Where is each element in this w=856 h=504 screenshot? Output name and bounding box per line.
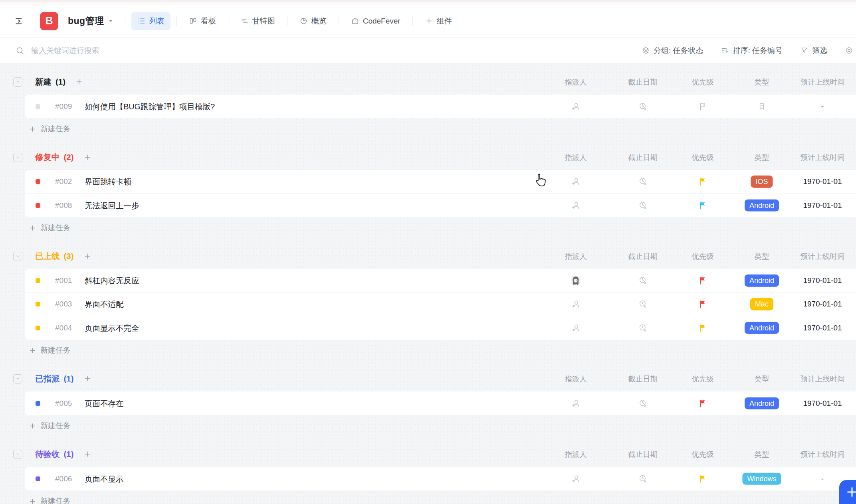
add-task-in-group-button[interactable] bbox=[83, 450, 91, 458]
display-button[interactable]: 显示 bbox=[845, 45, 856, 56]
plus-icon bbox=[29, 347, 36, 354]
assignee-cell[interactable] bbox=[571, 102, 581, 111]
assignee-cell[interactable] bbox=[571, 276, 581, 285]
group-by-button[interactable]: 分组: 任务状态 bbox=[642, 45, 703, 56]
add-task-button[interactable]: 新建任务 bbox=[29, 345, 856, 356]
type-badge: Windows bbox=[742, 472, 781, 485]
filter-button[interactable]: 筛选 bbox=[800, 45, 827, 56]
add-task-in-group-button[interactable] bbox=[83, 375, 91, 383]
type-cell[interactable]: Mac bbox=[750, 298, 773, 310]
flag-icon bbox=[698, 276, 707, 285]
collapse-group-button[interactable] bbox=[13, 374, 22, 383]
due-date-cell[interactable] bbox=[638, 177, 648, 186]
type-cell[interactable]: Android bbox=[745, 199, 779, 211]
add-task-in-group-button[interactable] bbox=[83, 252, 91, 260]
add-task-label: 新建任务 bbox=[40, 223, 71, 233]
assignee-cell[interactable] bbox=[571, 201, 581, 210]
tab-gantt[interactable]: 甘特图 bbox=[234, 12, 281, 30]
add-task-button[interactable]: 新建任务 bbox=[29, 123, 856, 134]
add-task-button[interactable]: 新建任务 bbox=[29, 420, 856, 431]
pie-icon bbox=[299, 17, 308, 25]
add-task-in-group-button[interactable] bbox=[75, 78, 83, 86]
add-task-label: 新建任务 bbox=[40, 496, 71, 504]
eta-cell: 1970-01-01 bbox=[803, 324, 842, 332]
assignee-cell[interactable] bbox=[571, 323, 581, 332]
tab-label: 甘特图 bbox=[252, 16, 275, 26]
group-card: #002界面跳转卡顿IOS1970-01-01#008无法返回上一步Androi… bbox=[25, 170, 856, 217]
priority-cell[interactable] bbox=[698, 399, 707, 408]
sidebar-toggle-button[interactable] bbox=[14, 15, 26, 27]
due-date-cell[interactable] bbox=[638, 102, 648, 111]
due-date-cell[interactable] bbox=[638, 276, 648, 285]
assignee-cell[interactable] bbox=[571, 300, 581, 309]
task-row[interactable]: #006页面不显示Windows- bbox=[25, 467, 856, 490]
tab-list[interactable]: 列表 bbox=[131, 12, 170, 30]
add-task-in-group-button[interactable] bbox=[83, 153, 91, 161]
type-cell[interactable] bbox=[757, 102, 767, 111]
type-badge: Android bbox=[745, 275, 779, 287]
task-id: #008 bbox=[55, 201, 72, 210]
type-cell[interactable]: Windows bbox=[742, 472, 781, 485]
project-title-button[interactable]: bug管理 bbox=[68, 15, 113, 27]
type-cell[interactable]: Android bbox=[745, 322, 779, 334]
priority-cell[interactable] bbox=[698, 300, 707, 309]
priority-cell[interactable] bbox=[698, 201, 707, 210]
due-date-cell[interactable] bbox=[638, 201, 648, 210]
priority-cell[interactable] bbox=[698, 323, 707, 332]
group-count: (1) bbox=[64, 449, 74, 459]
top-bar: B bug管理 列表看板甘特图概览CodeFever组件 bbox=[0, 4, 856, 38]
add-task-fab[interactable] bbox=[839, 480, 856, 504]
sort-button[interactable]: 排序: 任务编号 bbox=[721, 45, 783, 56]
collapse-group-button[interactable] bbox=[13, 450, 22, 459]
collapse-group-button[interactable] bbox=[13, 153, 22, 162]
add-task-button[interactable]: 新建任务 bbox=[29, 222, 856, 233]
add-task-button[interactable]: 新建任务 bbox=[29, 496, 856, 504]
type-cell[interactable]: Android bbox=[745, 397, 779, 409]
tab-overview[interactable]: 概览 bbox=[293, 12, 333, 30]
task-row[interactable]: #009如何使用【BUG跟踪管理】项目模版?- bbox=[25, 95, 856, 118]
tab-component[interactable]: 组件 bbox=[419, 12, 458, 30]
collapse-group-button[interactable] bbox=[13, 252, 22, 261]
due-date-cell[interactable] bbox=[638, 323, 648, 332]
assignee-cell[interactable] bbox=[571, 399, 581, 408]
type-cell[interactable]: Android bbox=[745, 275, 779, 287]
column-header: 指派人 bbox=[565, 152, 587, 162]
tab-separator bbox=[287, 16, 287, 26]
plus-icon bbox=[845, 485, 856, 499]
person-add-icon bbox=[571, 300, 581, 309]
search-input[interactable] bbox=[30, 46, 286, 55]
column-header: 截止日期 bbox=[628, 152, 658, 162]
task-row[interactable]: #004页面显示不完全Android1970-01-01 bbox=[25, 316, 856, 340]
flag-icon bbox=[698, 399, 707, 408]
group-header-new: 新建(1)指派人截止日期优先级类型预计上线时间 bbox=[0, 73, 856, 91]
tab-board[interactable]: 看板 bbox=[183, 12, 222, 30]
priority-cell[interactable] bbox=[698, 276, 707, 285]
add-task-label: 新建任务 bbox=[40, 421, 71, 431]
task-row[interactable]: #001斜杠内容无反应 Android1970-01-01 bbox=[25, 269, 856, 293]
priority-cell[interactable] bbox=[698, 474, 707, 483]
task-row[interactable]: #003界面不适配Mac1970-01-01 bbox=[25, 293, 856, 316]
due-date-cell[interactable] bbox=[638, 399, 648, 408]
assignee-cell[interactable] bbox=[571, 474, 581, 483]
chevron-down-icon bbox=[15, 79, 21, 85]
assignee-cell[interactable] bbox=[571, 177, 581, 186]
collapse-group-button[interactable] bbox=[13, 77, 22, 87]
task-title: 斜杠内容无反应 bbox=[85, 275, 139, 286]
group-title: 待验收 bbox=[35, 449, 60, 460]
type-cell[interactable]: IOS bbox=[751, 176, 773, 188]
due-date-cell[interactable] bbox=[638, 300, 648, 309]
group-by-label: 分组: 任务状态 bbox=[654, 45, 703, 56]
add-task-label: 新建任务 bbox=[40, 345, 71, 356]
priority-cell[interactable] bbox=[698, 102, 707, 111]
tab-codefever[interactable]: CodeFever bbox=[345, 13, 406, 30]
status-dot bbox=[36, 278, 40, 283]
chevron-down-icon bbox=[15, 451, 21, 457]
due-date-cell[interactable] bbox=[638, 474, 648, 483]
task-row[interactable]: #008无法返回上一步Android1970-01-01 bbox=[25, 194, 856, 217]
status-dot bbox=[36, 476, 40, 481]
task-row[interactable]: #002界面跳转卡顿IOS1970-01-01 bbox=[25, 170, 856, 194]
search-toolbar: 分组: 任务状态排序: 任务编号筛选显示 bbox=[0, 38, 856, 63]
priority-cell[interactable] bbox=[698, 177, 707, 186]
gantt-icon bbox=[240, 17, 249, 25]
task-row[interactable]: #005页面不存在Android1970-01-01 bbox=[25, 391, 856, 415]
